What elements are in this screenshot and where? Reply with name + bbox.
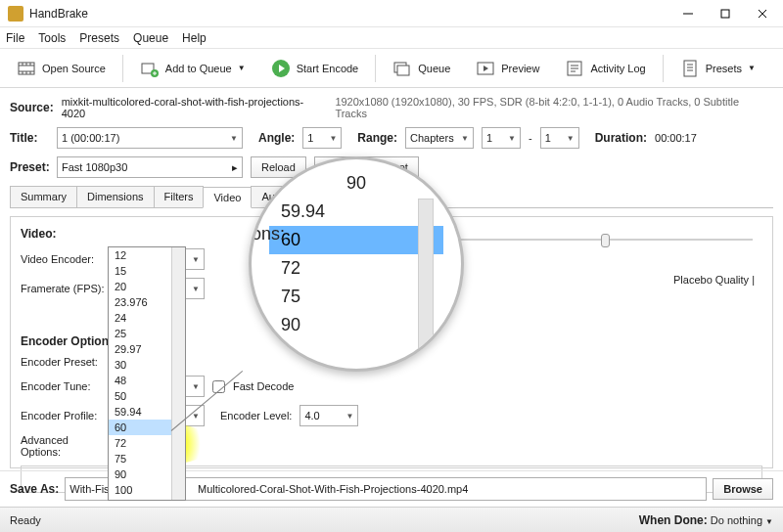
range-to-select[interactable]: 1▼	[540, 127, 579, 149]
preview-button[interactable]: Preview	[467, 55, 548, 82]
film-icon	[17, 59, 36, 78]
saveas-label: Save As:	[10, 482, 59, 496]
preset-label: Preset:	[10, 160, 49, 174]
enclevel-select[interactable]: 4.0▼	[299, 405, 358, 426]
source-name: mixkit-multicolored-coral-shot-with-fish…	[62, 96, 328, 119]
add-queue-button[interactable]: Add to Queue ▼	[131, 55, 254, 82]
app-icon	[8, 6, 23, 22]
open-source-label: Open Source	[42, 63, 106, 74]
tab-dimensions[interactable]: Dimensions	[76, 186, 154, 207]
whendone-label: When Done:	[639, 513, 708, 527]
angle-select[interactable]: 1▼	[302, 127, 342, 149]
presets-icon	[680, 59, 700, 78]
svg-rect-6	[397, 66, 409, 75]
zoom-scrollbar	[418, 199, 434, 355]
svg-rect-0	[721, 10, 729, 18]
fastdecode-label: Fast Decode	[233, 380, 294, 392]
menu-presets[interactable]: Presets	[79, 31, 119, 45]
enctune-label: Encoder Tune:	[21, 380, 109, 392]
play-icon	[271, 59, 291, 78]
svg-rect-9	[684, 61, 696, 76]
whendone-value[interactable]: Do nothing	[711, 514, 762, 526]
preset-select[interactable]: Fast 1080p30▸	[57, 156, 243, 178]
advopt-label: Advanced Options:	[21, 434, 109, 458]
preview-label: Preview	[501, 63, 539, 74]
presets-button[interactable]: Presets ▼	[671, 55, 764, 82]
menu-queue[interactable]: Queue	[133, 31, 168, 45]
enclevel-label: Encoder Level:	[220, 410, 292, 421]
chevron-down-icon[interactable]: ▼	[748, 64, 756, 72]
source-meta: 1920x1080 (1920x1080), 30 FPS, SDR (8-bi…	[335, 96, 773, 119]
fps-dropdown-list[interactable]: 12 15 20 23.976 24 25 29.97 30 48 50 59.…	[108, 246, 186, 501]
encprofile-label: Encoder Profile:	[21, 410, 109, 421]
dropdown-scrollbar[interactable]	[171, 247, 185, 500]
queue-button[interactable]: Queue	[384, 55, 459, 82]
menu-file[interactable]: File	[6, 31, 24, 45]
angle-label: Angle:	[258, 131, 295, 145]
presets-label: Presets	[706, 63, 742, 74]
quality-slider[interactable]	[422, 227, 753, 250]
range-dash: -	[529, 132, 532, 144]
add-queue-label: Add to Queue	[165, 63, 232, 74]
activity-log-label: Activity Log	[590, 63, 645, 74]
activity-log-button[interactable]: Activity Log	[556, 55, 654, 82]
encpreset-label: Encoder Preset:	[21, 356, 109, 368]
duration-value: 00:00:17	[655, 132, 697, 144]
maximize-button[interactable]	[707, 0, 744, 27]
fps-label: Framerate (FPS):	[21, 283, 109, 294]
queue-icon	[392, 59, 412, 78]
zoom-ons: ons:	[252, 224, 285, 244]
open-source-button[interactable]: Open Source	[8, 55, 115, 82]
queue-label: Queue	[418, 63, 450, 74]
tab-video[interactable]: Video	[203, 187, 252, 208]
duration-label: Duration:	[595, 131, 647, 145]
titlebar: HandBrake	[0, 0, 783, 27]
chevron-down-icon[interactable]: ▼	[238, 64, 246, 72]
chevron-down-icon[interactable]: ▼	[765, 517, 773, 526]
minimize-button[interactable]	[669, 0, 707, 27]
menu-help[interactable]: Help	[182, 31, 207, 45]
toolbar: Open Source Add to Queue ▼ Start Encode …	[0, 49, 783, 88]
browse-button[interactable]: Browse	[713, 478, 773, 500]
source-label: Source:	[10, 101, 54, 114]
menubar: File Tools Presets Queue Help	[0, 27, 783, 49]
preview-icon	[476, 59, 495, 78]
menu-tools[interactable]: Tools	[38, 31, 66, 45]
tab-summary[interactable]: Summary	[10, 186, 77, 207]
log-icon	[565, 59, 584, 78]
statusbar: Ready When Done: Do nothing ▼	[0, 507, 783, 532]
title-label: Title:	[10, 131, 49, 145]
annotation-zoom-callout: 90 ons: 59.94 60 72 75 90	[249, 156, 464, 372]
add-icon	[140, 59, 160, 78]
status-ready: Ready	[10, 514, 41, 526]
range-from-select[interactable]: 1▼	[482, 127, 521, 149]
saveas-suffix: Multicolored-Coral-Shot-With-Fish-Projec…	[198, 483, 468, 495]
start-encode-button[interactable]: Start Encode	[262, 55, 368, 82]
encoder-label: Video Encoder:	[21, 253, 109, 265]
title-select[interactable]: 1 (00:00:17)▼	[57, 127, 243, 149]
range-type-select[interactable]: Chapters▼	[405, 127, 474, 149]
window-title: HandBrake	[29, 7, 669, 21]
range-label: Range:	[357, 131, 397, 145]
close-button[interactable]	[744, 0, 781, 27]
start-encode-label: Start Encode	[297, 63, 359, 74]
tab-filters[interactable]: Filters	[154, 186, 205, 207]
placebo-label: Placebo Quality |	[673, 274, 755, 286]
